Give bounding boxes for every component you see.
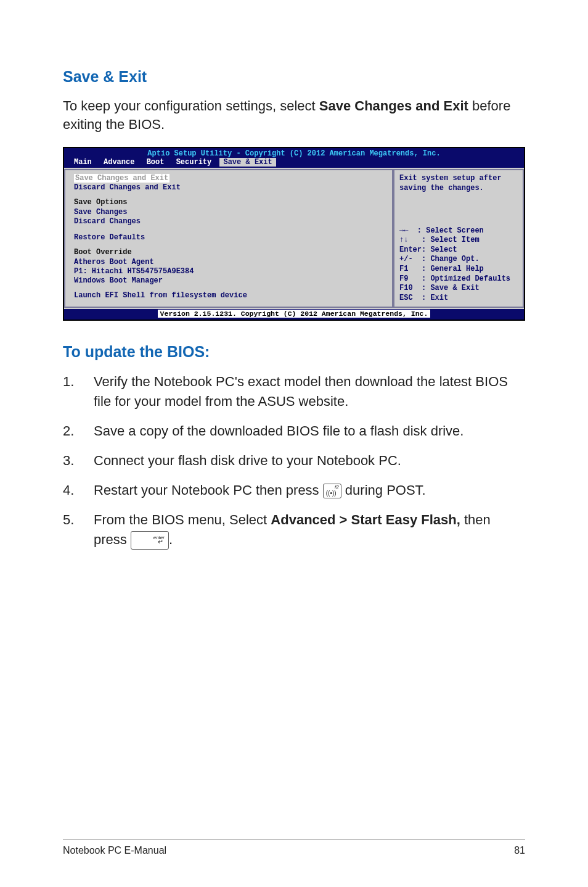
- intro-pre: To keep your configuration settings, sel…: [63, 98, 319, 113]
- bios-item-efi: Launch EFI Shell from filesystem device: [74, 291, 385, 300]
- heading-save-exit: Save & Exit: [63, 68, 525, 86]
- step-4: 4. Restart your Notebook PC then press f…: [63, 481, 525, 500]
- step-5-num: 5.: [63, 510, 76, 530]
- bios-screenshot: Aptio Setup Utility - Copyright (C) 2012…: [63, 147, 525, 321]
- bios-item-discard-changes: Discard Changes: [74, 217, 385, 226]
- bios-help-text: Exit system setup after saving the chang…: [399, 174, 518, 193]
- f2-key-icon: f2 ((•)): [323, 484, 341, 498]
- step-5-post: .: [169, 532, 173, 547]
- intro-bold: Save Changes and Exit: [319, 98, 468, 113]
- step-3: 3. Connect your flash disk drive to your…: [63, 451, 525, 471]
- step-5: 5. From the BIOS menu, Select Advanced >…: [63, 510, 525, 550]
- bios-item-restore-defaults: Restore Defaults: [74, 233, 385, 242]
- step-4-post: during POST.: [345, 482, 426, 498]
- step-1: 1. Verify the Notebook PC's exact model …: [63, 372, 525, 411]
- intro-paragraph: To keep your configuration settings, sel…: [63, 97, 525, 133]
- step-5-bold: Advanced > Start Easy Flash,: [271, 512, 460, 527]
- step-3-text: Connect your flash disk drive to your No…: [94, 451, 525, 471]
- bios-tab-main: Main: [70, 158, 96, 167]
- footer-page-number: 81: [514, 845, 525, 856]
- step-2: 2. Save a copy of the downloaded BIOS fi…: [63, 421, 525, 441]
- steps-list: 1. Verify the Notebook PC's exact model …: [63, 372, 525, 550]
- bios-item-discard-exit: Discard Changes and Exit: [74, 183, 385, 192]
- step-5-content: From the BIOS menu, Select Advanced > St…: [94, 510, 525, 550]
- step-5-pre: From the BIOS menu, Select: [94, 512, 271, 527]
- wifi-icon: ((•)): [326, 490, 337, 497]
- bios-tabs: Main Advance Boot Security Save & Exit: [64, 158, 524, 168]
- footer-left: Notebook PC E-Manual: [63, 845, 166, 856]
- bios-tab-security: Security: [173, 158, 216, 167]
- bios-head-save-options: Save Options: [74, 198, 385, 207]
- bios-tab-advance: Advance: [100, 158, 138, 167]
- bios-footer-text: Version 2.15.1231. Copyright (C) 2012 Am…: [158, 310, 431, 318]
- bios-tab-boot: Boot: [143, 158, 168, 167]
- bios-title: Aptio Setup Utility - Copyright (C) 2012…: [64, 148, 524, 158]
- bios-key-legend: →← : Select Screen ↑↓ : Select Item Ente…: [399, 226, 518, 303]
- bios-item-atheros: Atheros Boot Agent: [74, 258, 385, 266]
- step-4-content: Restart your Notebook PC then press f2 (…: [94, 481, 525, 500]
- step-2-text: Save a copy of the downloaded BIOS file …: [94, 421, 525, 441]
- bios-item-p1: P1: Hitachi HTS547575A9E384: [74, 267, 385, 276]
- f2-label: f2: [335, 485, 339, 490]
- step-1-num: 1.: [63, 372, 76, 392]
- bios-selected-item: Save Changes and Exit: [74, 174, 169, 183]
- bios-body: Save Changes and Exit Discard Changes an…: [64, 168, 524, 309]
- step-4-pre: Restart your Notebook PC then press: [94, 482, 323, 498]
- step-3-num: 3.: [63, 451, 76, 471]
- bios-left-panel: Save Changes and Exit Discard Changes an…: [64, 169, 393, 308]
- step-1-text: Verify the Notebook PC's exact model the…: [94, 372, 525, 411]
- bios-footer: Version 2.15.1231. Copyright (C) 2012 Am…: [64, 309, 524, 320]
- bios-item-wbm: Windows Boot Manager: [74, 276, 385, 285]
- bios-right-panel: Exit system setup after saving the chang…: [393, 169, 524, 308]
- heading-update-bios: To update the BIOS:: [63, 343, 525, 361]
- enter-key-icon: enter ↵: [131, 531, 169, 550]
- step-2-num: 2.: [63, 421, 76, 441]
- page-footer: Notebook PC E-Manual 81: [63, 840, 525, 856]
- bios-item-save-changes: Save Changes: [74, 208, 385, 217]
- bios-tab-save-exit: Save & Exit: [219, 158, 276, 167]
- step-4-num: 4.: [63, 481, 76, 500]
- enter-arrow-icon: ↵: [158, 537, 163, 547]
- bios-head-boot-override: Boot Override: [74, 248, 385, 257]
